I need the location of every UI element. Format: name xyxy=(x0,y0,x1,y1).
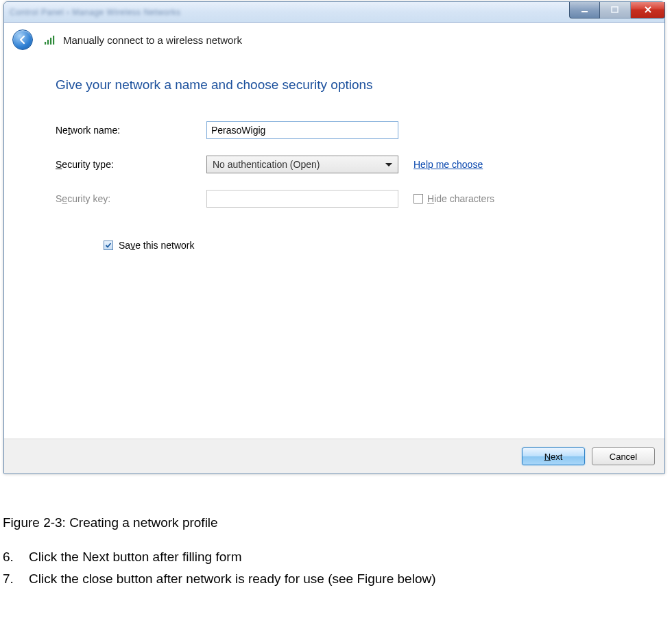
network-name-label: Network name: xyxy=(56,125,206,136)
minimize-icon xyxy=(580,5,590,14)
svg-rect-1 xyxy=(612,7,618,12)
chevron-down-icon xyxy=(385,163,392,167)
figure-caption: Figure 2-3: Creating a network profile xyxy=(3,515,672,530)
minimize-button[interactable] xyxy=(569,2,600,19)
checkmark-icon xyxy=(105,242,112,249)
svg-rect-4 xyxy=(50,38,51,45)
maximize-button[interactable] xyxy=(600,2,631,19)
step-text: Click the Next button after filling form xyxy=(29,550,241,565)
instruction-step: 6. Click the Next button after filling f… xyxy=(3,550,672,565)
row-save-network: Save this network xyxy=(104,240,616,251)
security-key-label: Security key: xyxy=(56,193,206,204)
row-security-type: Security type: No authentication (Open) … xyxy=(56,154,616,175)
hide-characters-label: Hide characters xyxy=(427,193,494,204)
wizard-title: Manually connect to a wireless network xyxy=(63,34,242,46)
row-security-key: Security key: Hide characters xyxy=(56,188,616,209)
network-name-input[interactable] xyxy=(206,121,398,139)
step-number: 6. xyxy=(3,550,18,565)
step-text: Click the close button after network is … xyxy=(29,571,436,587)
security-type-value: No authentication (Open) xyxy=(213,159,320,170)
row-network-name: Network name: xyxy=(56,120,616,140)
content-heading: Give your network a name and choose secu… xyxy=(56,77,616,93)
back-arrow-icon xyxy=(17,34,28,45)
titlebar: Control Panel › Manage Wireless Networks xyxy=(4,2,664,23)
help-me-choose-link[interactable]: Help me choose xyxy=(413,159,483,170)
svg-rect-5 xyxy=(53,36,54,45)
hide-characters-checkbox xyxy=(413,194,423,204)
wizard-header: Manually connect to a wireless network xyxy=(4,23,664,58)
security-type-label: Security type: xyxy=(56,159,206,170)
close-button[interactable] xyxy=(631,2,665,19)
wizard-content: Give your network a name and choose secu… xyxy=(4,58,664,439)
window-controls xyxy=(569,2,665,19)
wireless-signal-icon xyxy=(44,34,56,45)
back-button[interactable] xyxy=(12,29,33,50)
svg-rect-0 xyxy=(581,11,588,12)
security-key-input xyxy=(206,190,398,208)
wizard-window: Control Panel › Manage Wireless Networks xyxy=(3,1,665,474)
save-network-checkbox[interactable] xyxy=(104,241,113,250)
maximize-icon xyxy=(610,5,620,14)
button-bar: Next Cancel xyxy=(4,439,664,474)
security-type-select[interactable]: No authentication (Open) xyxy=(206,156,398,173)
instruction-list: 6. Click the Next button after filling f… xyxy=(0,550,672,587)
instruction-step: 7. Click the close button after network … xyxy=(3,571,672,587)
svg-rect-2 xyxy=(45,42,46,45)
breadcrumb: Control Panel › Manage Wireless Networks xyxy=(10,8,180,17)
cancel-button[interactable]: Cancel xyxy=(592,447,655,465)
svg-rect-3 xyxy=(47,40,49,45)
hide-characters-wrap: Hide characters xyxy=(413,193,494,204)
save-network-label: Save this network xyxy=(119,240,195,251)
step-number: 7. xyxy=(3,571,18,587)
next-button[interactable]: Next xyxy=(522,447,585,465)
close-icon xyxy=(643,5,653,14)
